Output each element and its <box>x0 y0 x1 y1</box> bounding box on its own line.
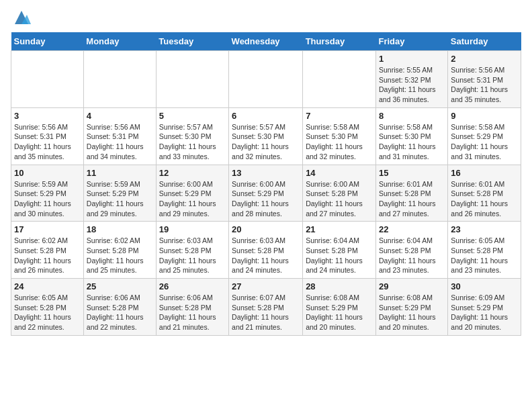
calendar-week-1: 3Sunrise: 5:56 AMSunset: 5:31 PMDaylight… <box>11 107 521 165</box>
calendar-cell: 3Sunrise: 5:56 AMSunset: 5:31 PMDaylight… <box>11 107 84 165</box>
day-number: 3 <box>14 111 81 121</box>
calendar-cell: 23Sunrise: 6:05 AMSunset: 5:28 PMDayligh… <box>448 222 521 279</box>
weekday-header-sunday: Sunday <box>11 32 84 51</box>
day-info: Sunrise: 6:00 AMSunset: 5:28 PMDaylight:… <box>306 179 373 219</box>
calendar-cell: 24Sunrise: 6:05 AMSunset: 5:28 PMDayligh… <box>11 279 84 336</box>
day-number: 11 <box>87 168 153 178</box>
weekday-header-saturday: Saturday <box>448 32 521 51</box>
day-number: 12 <box>159 168 226 178</box>
calendar-cell: 19Sunrise: 6:03 AMSunset: 5:28 PMDayligh… <box>156 222 228 279</box>
calendar-cell: 4Sunrise: 5:56 AMSunset: 5:31 PMDaylight… <box>83 107 156 165</box>
weekday-header-monday: Monday <box>83 32 156 51</box>
day-number: 15 <box>379 168 445 178</box>
day-number: 21 <box>306 224 373 234</box>
day-number: 30 <box>451 281 518 291</box>
day-number: 23 <box>451 224 518 234</box>
day-info: Sunrise: 5:55 AMSunset: 5:32 PMDaylight:… <box>379 65 445 105</box>
day-number: 16 <box>451 168 518 178</box>
day-info: Sunrise: 6:00 AMSunset: 5:29 PMDaylight:… <box>232 179 300 219</box>
day-info: Sunrise: 5:57 AMSunset: 5:30 PMDaylight:… <box>159 122 226 162</box>
day-info: Sunrise: 6:02 AMSunset: 5:28 PMDaylight:… <box>87 236 153 275</box>
weekday-header-wednesday: Wednesday <box>229 32 303 51</box>
day-info: Sunrise: 6:04 AMSunset: 5:28 PMDaylight:… <box>306 236 373 275</box>
day-info: Sunrise: 6:06 AMSunset: 5:28 PMDaylight:… <box>87 293 153 332</box>
calendar-cell <box>229 51 303 108</box>
day-number: 28 <box>306 281 373 291</box>
day-info: Sunrise: 6:03 AMSunset: 5:28 PMDaylight:… <box>159 236 226 275</box>
calendar-cell: 28Sunrise: 6:08 AMSunset: 5:29 PMDayligh… <box>303 279 376 336</box>
calendar-cell: 13Sunrise: 6:00 AMSunset: 5:29 PMDayligh… <box>229 165 303 222</box>
calendar-cell: 7Sunrise: 5:58 AMSunset: 5:30 PMDaylight… <box>303 107 376 165</box>
day-info: Sunrise: 5:56 AMSunset: 5:31 PMDaylight:… <box>14 122 81 162</box>
day-info: Sunrise: 6:02 AMSunset: 5:28 PMDaylight:… <box>14 236 81 275</box>
calendar-cell <box>83 51 156 108</box>
day-number: 24 <box>14 281 81 291</box>
day-info: Sunrise: 5:59 AMSunset: 5:29 PMDaylight:… <box>87 179 153 219</box>
calendar-cell: 17Sunrise: 6:02 AMSunset: 5:28 PMDayligh… <box>11 222 84 279</box>
day-number: 8 <box>379 111 445 121</box>
day-info: Sunrise: 5:56 AMSunset: 5:31 PMDaylight:… <box>87 122 153 162</box>
calendar-cell: 22Sunrise: 6:04 AMSunset: 5:28 PMDayligh… <box>375 222 447 279</box>
calendar-week-2: 10Sunrise: 5:59 AMSunset: 5:29 PMDayligh… <box>11 165 521 222</box>
logo-icon <box>12 8 31 27</box>
calendar-table: SundayMondayTuesdayWednesdayThursdayFrid… <box>11 32 521 336</box>
calendar-cell: 2Sunrise: 5:56 AMSunset: 5:31 PMDaylight… <box>448 51 521 108</box>
calendar-cell: 27Sunrise: 6:07 AMSunset: 5:28 PMDayligh… <box>229 279 303 336</box>
calendar-cell: 10Sunrise: 5:59 AMSunset: 5:29 PMDayligh… <box>11 165 84 222</box>
calendar-cell: 6Sunrise: 5:57 AMSunset: 5:30 PMDaylight… <box>229 107 303 165</box>
day-number: 19 <box>159 224 226 234</box>
day-info: Sunrise: 6:05 AMSunset: 5:28 PMDaylight:… <box>451 236 518 275</box>
day-number: 7 <box>306 111 373 121</box>
calendar-cell: 26Sunrise: 6:06 AMSunset: 5:28 PMDayligh… <box>156 279 228 336</box>
calendar-cell <box>303 51 376 108</box>
calendar-cell: 15Sunrise: 6:01 AMSunset: 5:28 PMDayligh… <box>375 165 447 222</box>
calendar-cell: 18Sunrise: 6:02 AMSunset: 5:28 PMDayligh… <box>83 222 156 279</box>
calendar-cell: 25Sunrise: 6:06 AMSunset: 5:28 PMDayligh… <box>83 279 156 336</box>
weekday-header-friday: Friday <box>375 32 447 51</box>
day-info: Sunrise: 5:58 AMSunset: 5:29 PMDaylight:… <box>451 122 518 162</box>
day-number: 1 <box>379 54 445 64</box>
calendar-cell: 8Sunrise: 5:58 AMSunset: 5:30 PMDaylight… <box>375 107 447 165</box>
calendar-week-3: 17Sunrise: 6:02 AMSunset: 5:28 PMDayligh… <box>11 222 521 279</box>
calendar-week-0: 1Sunrise: 5:55 AMSunset: 5:32 PMDaylight… <box>11 51 521 108</box>
calendar-cell: 9Sunrise: 5:58 AMSunset: 5:29 PMDaylight… <box>448 107 521 165</box>
weekday-header-thursday: Thursday <box>303 32 376 51</box>
day-info: Sunrise: 5:58 AMSunset: 5:30 PMDaylight:… <box>306 122 373 162</box>
day-info: Sunrise: 6:06 AMSunset: 5:28 PMDaylight:… <box>159 293 226 332</box>
day-number: 22 <box>379 224 445 234</box>
logo <box>11 11 31 27</box>
calendar-cell: 20Sunrise: 6:03 AMSunset: 5:28 PMDayligh… <box>229 222 303 279</box>
calendar-week-4: 24Sunrise: 6:05 AMSunset: 5:28 PMDayligh… <box>11 279 521 336</box>
day-info: Sunrise: 6:08 AMSunset: 5:29 PMDaylight:… <box>306 293 373 332</box>
day-info: Sunrise: 5:58 AMSunset: 5:30 PMDaylight:… <box>379 122 445 162</box>
day-info: Sunrise: 5:59 AMSunset: 5:29 PMDaylight:… <box>14 179 81 219</box>
calendar-cell <box>11 51 84 108</box>
calendar-cell: 1Sunrise: 5:55 AMSunset: 5:32 PMDaylight… <box>375 51 447 108</box>
day-number: 2 <box>451 54 518 64</box>
calendar-cell: 5Sunrise: 5:57 AMSunset: 5:30 PMDaylight… <box>156 107 228 165</box>
day-info: Sunrise: 5:56 AMSunset: 5:31 PMDaylight:… <box>451 65 518 105</box>
day-info: Sunrise: 6:09 AMSunset: 5:29 PMDaylight:… <box>451 293 518 332</box>
calendar-cell: 14Sunrise: 6:00 AMSunset: 5:28 PMDayligh… <box>303 165 376 222</box>
day-info: Sunrise: 6:00 AMSunset: 5:29 PMDaylight:… <box>159 179 226 219</box>
day-number: 27 <box>232 281 300 291</box>
day-number: 5 <box>159 111 226 121</box>
day-number: 20 <box>232 224 300 234</box>
day-number: 29 <box>379 281 445 291</box>
day-info: Sunrise: 5:57 AMSunset: 5:30 PMDaylight:… <box>232 122 300 162</box>
day-number: 10 <box>14 168 81 178</box>
weekday-header-tuesday: Tuesday <box>156 32 228 51</box>
day-info: Sunrise: 6:05 AMSunset: 5:28 PMDaylight:… <box>14 293 81 332</box>
day-info: Sunrise: 6:03 AMSunset: 5:28 PMDaylight:… <box>232 236 300 275</box>
calendar-cell: 16Sunrise: 6:01 AMSunset: 5:28 PMDayligh… <box>448 165 521 222</box>
day-number: 13 <box>232 168 300 178</box>
day-info: Sunrise: 6:01 AMSunset: 5:28 PMDaylight:… <box>451 179 518 219</box>
day-number: 18 <box>87 224 153 234</box>
day-info: Sunrise: 6:07 AMSunset: 5:28 PMDaylight:… <box>232 293 300 332</box>
calendar-cell <box>156 51 228 108</box>
calendar-cell: 30Sunrise: 6:09 AMSunset: 5:29 PMDayligh… <box>448 279 521 336</box>
day-info: Sunrise: 6:01 AMSunset: 5:28 PMDaylight:… <box>379 179 445 219</box>
calendar-cell: 11Sunrise: 5:59 AMSunset: 5:29 PMDayligh… <box>83 165 156 222</box>
day-number: 25 <box>87 281 153 291</box>
day-number: 4 <box>87 111 153 121</box>
